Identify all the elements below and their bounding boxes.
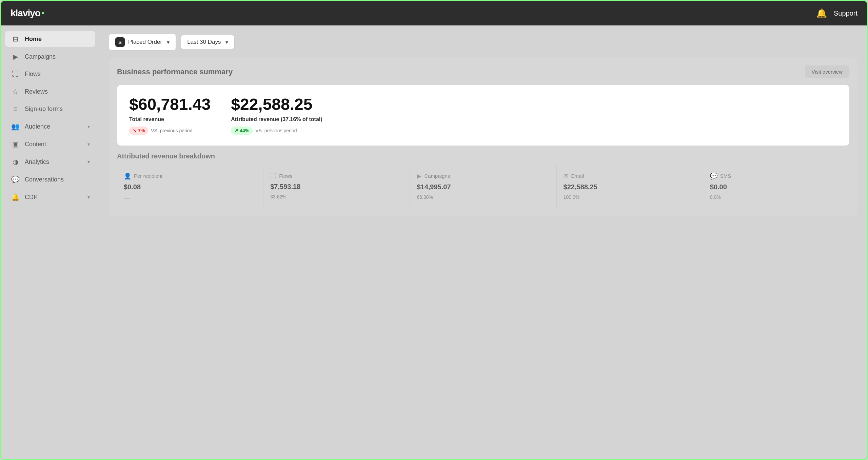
breakdown-cell-campaigns: ▶Campaigns$14,995.0766.38% [410, 166, 556, 208]
breakdown-grid: 👤Per recipient$0.08—⛶Flows$7,593.1833.62… [117, 166, 849, 208]
sidebar-icon-reviews: ☆ [11, 88, 20, 96]
breakdown-cell-label-campaigns: Campaigns [424, 173, 450, 179]
breakdown-cell-sub-email: 100.0% [564, 194, 696, 200]
logo-dot: · [41, 7, 44, 19]
period-filter-dropdown[interactable]: Last 30 Days ▾ [181, 35, 235, 49]
sidebar-label-analytics: Analytics [25, 158, 83, 166]
sidebar-icon-content: ▣ [11, 140, 20, 148]
sidebar-chevron-cdp: ▾ [87, 194, 90, 200]
sidebar-chevron-analytics: ▾ [87, 159, 90, 165]
sidebar-icon-signup-forms: ≡ [11, 105, 20, 113]
section-header: Business performance summary Visit overv… [117, 65, 849, 78]
attributed-revenue-pct: 44% [240, 128, 249, 133]
main-layout: ⊟Home▶Campaigns⛶Flows☆Reviews≡Sign-up fo… [1, 25, 867, 459]
sidebar-item-cdp[interactable]: 🔔CDP▾ [5, 189, 95, 205]
breakdown-cell-header-campaigns: ▶Campaigns [417, 172, 549, 180]
breakdown-cell-header-flows: ⛶Flows [270, 172, 403, 179]
sidebar-item-home[interactable]: ⊟Home [5, 31, 95, 47]
event-filter-chevron: ▾ [167, 39, 170, 45]
breakdown-cell-value-per-recipient: $0.08 [124, 183, 256, 191]
breakdown-cell-per-recipient: 👤Per recipient$0.08— [117, 166, 263, 208]
breakdown-cell-header-sms: 💬SMS [710, 172, 843, 180]
breakdown-cell-header-email: ✉Email [564, 172, 696, 180]
logo: klaviyo· [11, 7, 44, 19]
filter-bar: S Placed Order ▾ Last 30 Days ▾ [109, 34, 857, 51]
sidebar-item-flows[interactable]: ⛶Flows [5, 66, 95, 82]
topbar: klaviyo· 🔔 Support [1, 1, 867, 25]
breakdown-cell-label-email: Email [571, 173, 584, 179]
breakdown-cell-icon-per-recipient: 👤 [124, 172, 131, 180]
sidebar-item-campaigns[interactable]: ▶Campaigns [5, 49, 95, 65]
main-content: S Placed Order ▾ Last 30 Days ▾ Business… [99, 25, 867, 459]
attributed-revenue-value: $22,588.25 [231, 96, 322, 114]
total-revenue-change: ↘ 7% VS. previous period [129, 127, 211, 135]
breakdown-title: Attributed revenue breakdown [117, 152, 849, 160]
total-revenue-label: Total revenue [129, 116, 211, 122]
breakdown-cell-icon-sms: 💬 [710, 172, 717, 180]
breakdown-cell-icon-email: ✉ [564, 172, 569, 180]
sidebar-item-audience[interactable]: 👥Audience▾ [5, 118, 95, 135]
sidebar-label-home: Home [25, 36, 90, 43]
total-revenue-value: $60,781.43 [129, 96, 211, 114]
sidebar-label-reviews: Reviews [25, 88, 90, 95]
total-revenue-arrow: ↘ [133, 128, 137, 133]
total-revenue-badge: ↘ 7% [129, 127, 148, 135]
sidebar: ⊟Home▶Campaigns⛶Flows☆Reviews≡Sign-up fo… [1, 25, 99, 459]
sidebar-icon-conversations: 💬 [11, 175, 20, 184]
breakdown-cell-value-sms: $0.00 [710, 183, 843, 191]
attributed-revenue-vs: VS. previous period [255, 128, 297, 133]
breakdown-cell-email: ✉Email$22,588.25100.0% [557, 166, 703, 208]
topbar-right: 🔔 Support [816, 8, 857, 19]
attributed-revenue-label: Attributed revenue (37.16% of total) [231, 116, 322, 122]
breakdown-cell-icon-flows: ⛶ [270, 172, 276, 179]
sidebar-label-conversations: Conversations [25, 176, 90, 183]
bell-icon[interactable]: 🔔 [816, 8, 827, 19]
breakdown-cell-sub-flows: 33.62% [270, 194, 403, 199]
breakdown-cell-flows: ⛶Flows$7,593.1833.62% [263, 166, 410, 208]
attributed-revenue-change: ↗ 44% VS. previous period [231, 127, 322, 135]
support-link[interactable]: Support [834, 9, 857, 17]
attributed-revenue-metric: $22,588.25 Attributed revenue (37.16% of… [231, 96, 322, 135]
sidebar-label-cdp: CDP [25, 194, 83, 201]
breakdown-cell-sub-sms: 0.0% [710, 194, 843, 200]
sidebar-icon-home: ⊟ [11, 35, 20, 43]
sidebar-chevron-content: ▾ [87, 141, 90, 147]
breakdown-cell-sms: 💬SMS$0.000.0% [703, 166, 849, 208]
sidebar-icon-cdp: 🔔 [11, 193, 20, 201]
breakdown-cell-value-flows: $7,593.18 [270, 183, 403, 191]
sidebar-item-signup-forms[interactable]: ≡Sign-up forms [5, 101, 95, 117]
breakdown-cell-label-per-recipient: Per recipient [134, 173, 162, 179]
metrics-card: $60,781.43 Total revenue ↘ 7% VS. previo… [117, 85, 849, 146]
event-filter-dropdown[interactable]: S Placed Order ▾ [109, 34, 176, 51]
sidebar-icon-audience: 👥 [11, 122, 20, 131]
breakdown-cell-header-per-recipient: 👤Per recipient [124, 172, 256, 180]
logo-text: klaviyo [11, 8, 40, 19]
total-revenue-vs: VS. previous period [151, 128, 192, 133]
sidebar-item-analytics[interactable]: ◑Analytics▾ [5, 154, 95, 170]
sidebar-item-conversations[interactable]: 💬Conversations [5, 171, 95, 188]
sidebar-label-content: Content [25, 141, 83, 148]
period-filter-label: Last 30 Days [187, 39, 221, 45]
performance-section: Business performance summary Visit overv… [109, 57, 857, 216]
event-filter-icon: S [115, 37, 125, 47]
sidebar-label-signup-forms: Sign-up forms [25, 106, 90, 113]
sidebar-icon-flows: ⛶ [11, 70, 20, 78]
visit-overview-button[interactable]: Visit overview [805, 65, 849, 78]
period-filter-chevron: ▾ [225, 39, 228, 45]
sidebar-label-flows: Flows [25, 71, 90, 78]
attributed-revenue-badge: ↗ 44% [231, 127, 253, 135]
sidebar-label-campaigns: Campaigns [25, 53, 90, 60]
attributed-revenue-arrow: ↗ [234, 128, 238, 133]
sidebar-item-reviews[interactable]: ☆Reviews [5, 83, 95, 100]
sidebar-item-content[interactable]: ▣Content▾ [5, 136, 95, 152]
event-filter-label: Placed Order [128, 39, 162, 45]
sidebar-icon-analytics: ◑ [11, 158, 20, 166]
breakdown-cell-icon-campaigns: ▶ [417, 172, 421, 180]
breakdown-cell-label-flows: Flows [279, 173, 292, 179]
sidebar-icon-campaigns: ▶ [11, 53, 20, 61]
breakdown-cell-value-email: $22,588.25 [564, 183, 696, 191]
breakdown-cell-sub-campaigns: 66.38% [417, 194, 549, 200]
sidebar-label-audience: Audience [25, 123, 83, 130]
section-title: Business performance summary [117, 68, 233, 76]
breakdown-cell-label-sms: SMS [720, 173, 731, 179]
